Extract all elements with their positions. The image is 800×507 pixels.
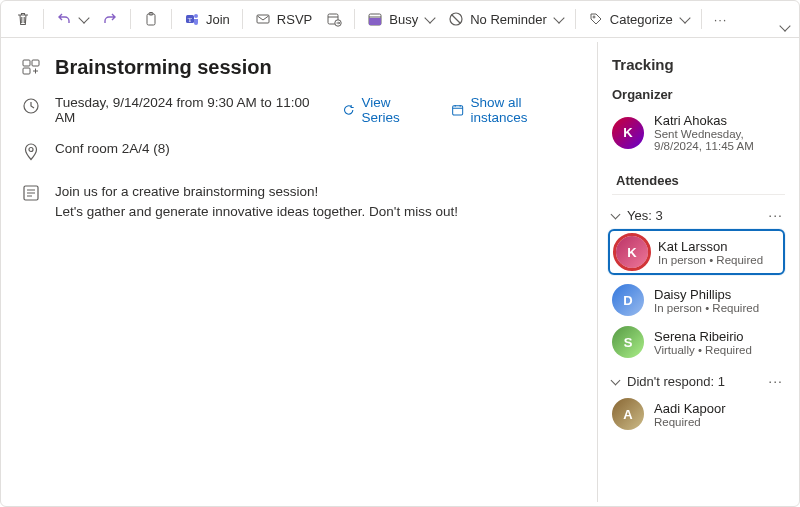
- trash-icon: [15, 11, 31, 27]
- calendar-icon: [451, 103, 464, 117]
- event-title: Brainstorming session: [55, 56, 272, 79]
- chevron-down-icon: [78, 12, 89, 23]
- attendee-name: Kat Larsson: [658, 239, 763, 254]
- tracking-heading: Tracking: [608, 56, 785, 73]
- redo-button[interactable]: [96, 7, 124, 31]
- reminder-label: No Reminder: [470, 12, 547, 27]
- send-update-button[interactable]: [320, 7, 348, 31]
- event-location: Conf room 2A/4 (8): [55, 141, 170, 156]
- show-all-instances-link[interactable]: Show all instances: [451, 95, 577, 125]
- organizer-person: K Katri Ahokas Sent Wednesday, 9/8/2024,…: [608, 108, 785, 157]
- svg-rect-5: [257, 15, 269, 23]
- group-more-button[interactable]: ···: [768, 373, 783, 389]
- svg-rect-16: [453, 106, 463, 115]
- svg-rect-12: [23, 60, 30, 66]
- chevron-down-icon: [425, 12, 436, 23]
- categorize-dropdown[interactable]: Categorize: [582, 7, 695, 31]
- calendar-send-icon: [326, 11, 342, 27]
- avatar: S: [612, 326, 644, 358]
- avatar: K: [616, 236, 648, 268]
- tracking-panel: Tracking Organizer K Katri Ahokas Sent W…: [597, 42, 795, 502]
- attendee-detail: Required: [654, 416, 726, 428]
- clipboard-icon: [143, 11, 159, 27]
- organizer-label: Organizer: [612, 87, 785, 102]
- separator: [354, 9, 355, 29]
- delete-button[interactable]: [9, 7, 37, 31]
- chevron-down-icon: [553, 12, 564, 23]
- attendee-row[interactable]: S Serena Ribeirio Virtually • Required: [608, 321, 785, 363]
- attendee-detail: In person • Required: [654, 302, 759, 314]
- attendee-name: Daisy Phillips: [654, 287, 759, 302]
- yes-group-toggle[interactable]: Yes: 3 ···: [608, 201, 785, 227]
- busy-icon: [367, 11, 383, 27]
- location-icon: [21, 142, 41, 162]
- separator: [575, 9, 576, 29]
- series-icon: [342, 103, 355, 117]
- clock-icon: [21, 96, 41, 116]
- attendee-detail: Virtually • Required: [654, 344, 752, 356]
- teams-icon: T: [184, 11, 200, 27]
- copy-button[interactable]: [137, 7, 165, 31]
- attendee-detail: In person • Required: [658, 254, 763, 266]
- svg-rect-9: [369, 18, 381, 25]
- avatar: A: [612, 398, 644, 430]
- chevron-down-icon: [679, 12, 690, 23]
- chevron-down-icon: [611, 209, 621, 219]
- more-icon: ···: [714, 12, 728, 27]
- reminder-dropdown[interactable]: No Reminder: [442, 7, 569, 31]
- rsvp-button[interactable]: RSVP: [249, 7, 318, 31]
- svg-text:T: T: [188, 16, 193, 24]
- view-series-link[interactable]: View Series: [342, 95, 429, 125]
- bell-off-icon: [448, 11, 464, 27]
- attendee-row[interactable]: A Aadi Kapoor Required: [608, 393, 785, 435]
- event-details: Brainstorming session Tuesday, 9/14/2024…: [1, 38, 597, 506]
- envelope-icon: [255, 11, 271, 27]
- svg-rect-14: [23, 68, 30, 74]
- svg-rect-0: [147, 14, 155, 25]
- busy-label: Busy: [389, 12, 418, 27]
- svg-point-4: [194, 14, 198, 18]
- categorize-label: Categorize: [610, 12, 673, 27]
- join-button[interactable]: T Join: [178, 7, 236, 31]
- toolbar: T Join RSVP Busy No Reminder Categorize: [1, 1, 799, 38]
- separator: [701, 9, 702, 29]
- svg-point-11: [593, 16, 595, 18]
- organizer-name: Katri Ahokas: [654, 113, 781, 128]
- group-more-button[interactable]: ···: [768, 207, 783, 223]
- redo-icon: [102, 11, 118, 27]
- tag-icon: [588, 11, 604, 27]
- meeting-type-icon: [21, 57, 41, 77]
- separator: [130, 9, 131, 29]
- show-as-dropdown[interactable]: Busy: [361, 7, 440, 31]
- avatar: K: [612, 117, 644, 149]
- attendees-label: Attendees: [612, 163, 785, 195]
- separator: [171, 9, 172, 29]
- join-label: Join: [206, 12, 230, 27]
- attendee-name: Serena Ribeirio: [654, 329, 752, 344]
- organizer-detail: Sent Wednesday, 9/8/2024, 11:45 AM: [654, 128, 781, 152]
- ribbon-expand-icon[interactable]: [779, 20, 790, 31]
- attendee-name: Aadi Kapoor: [654, 401, 726, 416]
- undo-icon: [56, 11, 72, 27]
- avatar: D: [612, 284, 644, 316]
- separator: [242, 9, 243, 29]
- chevron-down-icon: [611, 375, 621, 385]
- no-response-group-toggle[interactable]: Didn't respond: 1 ···: [608, 367, 785, 393]
- description-icon: [21, 183, 41, 203]
- svg-point-17: [29, 148, 33, 152]
- attendee-row-selected[interactable]: K Kat Larsson In person • Required: [608, 229, 785, 275]
- svg-rect-13: [32, 60, 39, 66]
- event-time: Tuesday, 9/14/2024 from 9:30 AM to 11:00…: [55, 95, 320, 125]
- rsvp-label: RSVP: [277, 12, 312, 27]
- separator: [43, 9, 44, 29]
- more-button[interactable]: ···: [708, 8, 734, 31]
- attendee-row[interactable]: D Daisy Phillips In person • Required: [608, 279, 785, 321]
- event-description: Join us for a creative brainstorming ses…: [55, 182, 458, 221]
- undo-button[interactable]: [50, 7, 94, 31]
